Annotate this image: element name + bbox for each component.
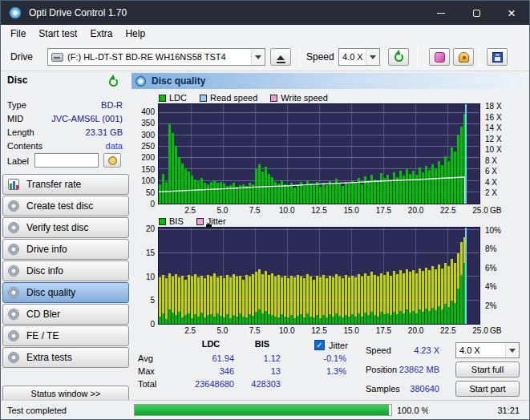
- minimize-icon: [437, 13, 445, 14]
- erase-disc-button[interactable]: [429, 48, 450, 66]
- legend-label: Read speed: [210, 93, 257, 103]
- minimize-button[interactable]: [423, 1, 459, 25]
- bis-bar: [447, 307, 450, 324]
- sidebar: Disc TypeBD-RMIDJVC-AMS6L (001)Length23.…: [2, 73, 131, 400]
- maximize-button[interactable]: [459, 1, 494, 25]
- test-speed-select[interactable]: 4.0 X: [455, 342, 520, 358]
- sidebar-item-disc-quality[interactable]: Disc quality: [2, 282, 129, 303]
- bis-bar: [338, 316, 341, 324]
- sidebar-item-verify-test-disc[interactable]: Verify test disc: [2, 217, 129, 238]
- bis-bar: [194, 314, 196, 324]
- bis-bar: [403, 313, 405, 324]
- sidebar-item-fe-te[interactable]: FE / TE: [2, 325, 129, 346]
- y-tick-label: 5: [131, 296, 155, 305]
- sidebar-item-cd-bler[interactable]: CD Bler: [2, 304, 129, 325]
- drive-select[interactable]: (F:) HL-DT-ST BD-RE WH16NS58 TST4: [47, 48, 265, 66]
- options-button[interactable]: [453, 48, 474, 66]
- bis-column-header: BIS: [244, 339, 281, 349]
- disc-field-value-mid: JVC-AMS6L (001): [51, 114, 123, 123]
- maximize-icon: [473, 10, 480, 17]
- bis-bar: [348, 317, 350, 324]
- save-results-button[interactable]: [487, 48, 508, 66]
- start-part-button[interactable]: Start part: [455, 381, 520, 397]
- disc-field-label-type: Type: [7, 100, 26, 110]
- results-panel: LDC BIS ✓ Jitter Avg61.941.12-0.1%Max346…: [131, 337, 528, 402]
- sidebar-item-label: Disc quality: [26, 287, 75, 298]
- menu-file[interactable]: File: [4, 26, 32, 42]
- main-panel: Disc quality LDCRead speedWrite speed 40…: [131, 73, 528, 402]
- panel-title: Disc quality: [152, 75, 205, 87]
- bis-bar: [290, 315, 293, 324]
- bis-bar: [226, 314, 229, 324]
- sidebar-item-extra-tests[interactable]: Extra tests: [2, 347, 129, 368]
- sidebar-item-label: CD Bler: [26, 309, 60, 320]
- sidebar-item-disc-info[interactable]: Disc info: [2, 260, 129, 281]
- toolbar-separator: [299, 47, 300, 67]
- eject-icon: [277, 51, 285, 60]
- bis-bar: [306, 313, 309, 324]
- sidebar-item-create-test-disc[interactable]: Create test disc: [2, 196, 129, 216]
- disc-label-button[interactable]: [103, 153, 121, 168]
- bis-bar: [386, 313, 389, 324]
- speed-label: Speed: [306, 51, 334, 63]
- titlebar: Opti Drive Control 1.70 ×: [1, 1, 529, 25]
- disc-quality-icon: [8, 287, 19, 298]
- bis-bar: [428, 311, 431, 324]
- sidebar-item-transfer-rate[interactable]: Transfer rate: [2, 174, 129, 195]
- legend-label: BIS: [169, 216, 184, 226]
- x-tick-label: 15.0: [343, 326, 358, 335]
- bis-bar: [297, 316, 299, 324]
- y-tick-label: 18 X: [485, 102, 502, 111]
- y-tick-label: 12 X: [485, 135, 502, 143]
- refresh-drive-button[interactable]: [388, 48, 409, 66]
- position-cursor: [465, 104, 467, 204]
- start-full-button[interactable]: Start full: [455, 361, 520, 378]
- result-row-label-total: Total: [138, 379, 156, 389]
- erase-disc-icon: [435, 52, 445, 63]
- speed-select[interactable]: 4.0 X: [338, 48, 380, 66]
- disc-field-value-length: 23.31 GB: [86, 127, 123, 137]
- bis-right-axis: 10%8%6%4%2%: [482, 227, 528, 325]
- y-tick-label: 2%: [485, 301, 496, 310]
- y-tick-label: 150: [131, 165, 155, 174]
- disc-info-icon: [8, 265, 19, 277]
- y-tick-label: 2 X: [485, 188, 497, 197]
- jitter-bar: [245, 275, 248, 324]
- bis-bar: [409, 313, 411, 324]
- bis-bar: [419, 309, 421, 324]
- status-window-button[interactable]: Status window >>: [2, 386, 129, 402]
- menu-help[interactable]: Help: [119, 26, 152, 42]
- x-tick-label: 15.0: [343, 206, 358, 215]
- jitter-bar: [165, 278, 168, 324]
- menu-extra[interactable]: Extra: [83, 26, 119, 42]
- x-tick-label: 5.0: [216, 326, 228, 335]
- result-max-ldc: 346: [180, 366, 234, 376]
- eject-button[interactable]: [270, 48, 291, 66]
- y-tick-label: 0: [131, 200, 155, 208]
- y-tick-label: 16 X: [485, 113, 502, 122]
- bis-bar: [181, 317, 184, 324]
- refresh-icon: [394, 53, 403, 62]
- disc-quality-icon: [136, 76, 146, 87]
- disc-label-input[interactable]: [34, 153, 99, 168]
- ldc-swatch: [159, 95, 166, 102]
- bis-bar: [162, 313, 164, 324]
- y-tick-label: 10%: [485, 226, 501, 235]
- sidebar-item-drive-info[interactable]: Drive info: [2, 239, 129, 260]
- bis-legend: BISJitter: [159, 216, 239, 227]
- disc-field-value-contents[interactable]: data: [106, 141, 123, 151]
- menu-start-test[interactable]: Start test: [32, 26, 83, 42]
- jitter-checkbox-label: Jitter: [329, 341, 348, 350]
- bis-bar: [252, 316, 254, 324]
- bis-bar: [293, 318, 296, 324]
- jitter-checkbox[interactable]: ✓: [314, 340, 325, 350]
- refresh-disc-button[interactable]: [105, 75, 121, 89]
- toolbar: Drive (F:) HL-DT-ST BD-RE WH16NS58 TST4 …: [1, 42, 529, 71]
- bis-bar: [370, 312, 373, 324]
- close-button[interactable]: ×: [494, 1, 529, 25]
- bis-bar: [358, 313, 360, 324]
- elapsed-time: 31:21: [497, 406, 520, 415]
- disc-field-label-contents: Contents: [7, 141, 42, 151]
- bis-bar: [184, 315, 187, 324]
- statusbar-separator: [130, 403, 131, 418]
